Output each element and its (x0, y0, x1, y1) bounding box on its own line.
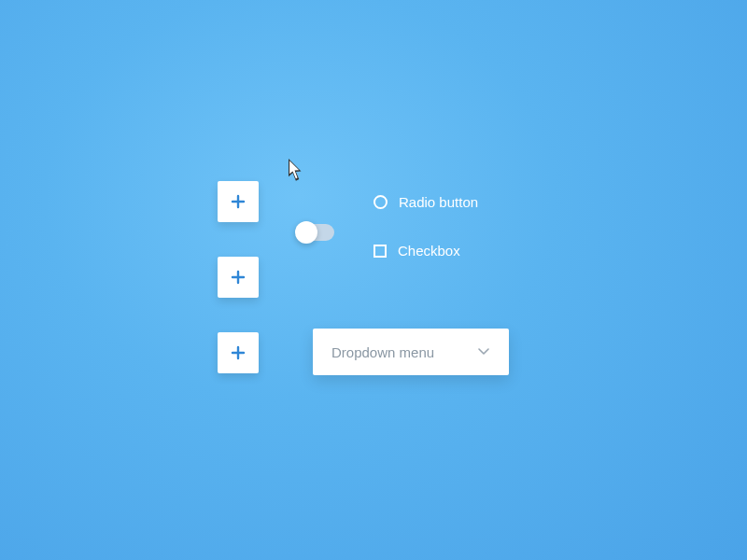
checkbox-icon (374, 245, 387, 258)
dropdown-menu[interactable]: Dropdown menu (313, 329, 509, 375)
toggle-knob (295, 221, 317, 244)
plus-icon (231, 345, 246, 360)
plus-icon (231, 270, 246, 285)
add-button-1[interactable] (218, 181, 259, 222)
add-button-2[interactable] (218, 257, 259, 298)
radio-label: Radio button (399, 194, 478, 210)
toggle-switch[interactable] (297, 224, 334, 241)
cursor-icon (289, 159, 305, 181)
chevron-down-icon (477, 345, 490, 358)
checkbox-label: Checkbox (398, 243, 460, 259)
radio-button[interactable]: Radio button (374, 194, 478, 210)
dropdown-label: Dropdown menu (331, 344, 477, 360)
radio-icon (374, 195, 388, 209)
add-button-3[interactable] (218, 332, 259, 373)
checkbox[interactable]: Checkbox (374, 243, 460, 259)
plus-icon (231, 194, 246, 209)
